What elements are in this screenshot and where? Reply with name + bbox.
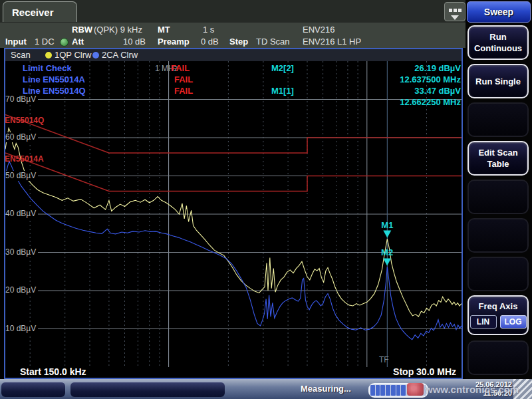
marker-m1-level: 33.47 dBµV — [414, 86, 461, 96]
limit-check-title: Limit Check — [23, 63, 72, 73]
tab-receiver[interactable]: Receiver — [3, 1, 77, 22]
svg-text:M1: M1 — [381, 220, 393, 230]
run-single-label: Run Single — [475, 76, 521, 87]
svg-text:M2: M2 — [381, 247, 393, 257]
softkey-menu-title: Sweep — [467, 1, 531, 23]
y-axis-label-20: 20 dBµV — [5, 285, 38, 295]
statusbar-button-2[interactable] — [70, 382, 225, 397]
y-axis-label-60: 60 dBµV — [5, 132, 38, 142]
menu-square-icon — [458, 9, 462, 12]
limit-check-status: FAIL — [171, 63, 190, 73]
trace2-label[interactable]: 2CA Clrw — [102, 49, 138, 61]
att-value[interactable]: 10 dB — [123, 37, 146, 47]
limit-label-en55014a: EN55014A — [5, 154, 44, 164]
limit-line-q-status: FAIL — [174, 86, 193, 96]
freq-axis-button[interactable]: Freq Axis LIN LOG — [467, 295, 529, 335]
softkey-empty-4 — [467, 257, 529, 291]
step-label: Step — [229, 37, 248, 47]
trace1-color-dot — [45, 52, 52, 59]
softkey-empty-5 — [467, 340, 529, 375]
scan-bar: Scan 1QP Clrw 2CA Clrw — [5, 49, 462, 61]
limit-line-a-status: FAIL — [174, 74, 193, 84]
marker-m1-id[interactable]: M1[1] — [271, 86, 294, 96]
step-value[interactable]: TD Scan — [256, 37, 290, 47]
edit-scan-table-button[interactable]: Edit Scan Table — [467, 141, 529, 176]
softkey-empty-2 — [467, 180, 529, 214]
softkey-empty-1 — [467, 102, 529, 137]
chevron-down-icon — [451, 15, 459, 20]
limit-label-en55014q: EN55014Q — [5, 116, 44, 125]
menu-square-icon — [454, 9, 457, 12]
spectrum-plot[interactable]: M1M2 — [5, 61, 462, 367]
marker-m2-level: 26.19 dBµV — [414, 63, 461, 73]
preamp-label: Preamp — [158, 37, 190, 47]
freq-axis-log-toggle[interactable]: LOG — [500, 315, 527, 329]
run-continuous-label: Run Continuous — [469, 31, 527, 54]
mt-label: MT — [158, 25, 170, 35]
trace1-label[interactable]: 1QP Clrw — [55, 49, 91, 61]
watermark-text: www.cntronics.com — [425, 384, 519, 395]
rbw-label: RBW — [72, 25, 92, 35]
receiver-screen: Receiver RBW (QPK) 9 kHz MT 1 s ENV216 I… — [0, 0, 532, 399]
freq-axis-label: Freq Axis — [469, 301, 527, 312]
y-axis-label-40: 40 dBµV — [5, 209, 38, 219]
stop-freq-label[interactable]: Stop 30.0 MHz — [393, 366, 456, 377]
softkey-empty-3 — [467, 218, 529, 253]
limit-line-a-name: Line EN55014A — [23, 74, 85, 84]
window-menu-icon[interactable] — [444, 2, 466, 21]
env-filter-1: ENV216 — [303, 25, 334, 35]
marker-m2-freq: 12.637500 MHz — [400, 74, 461, 84]
tf-label: TF — [379, 355, 389, 364]
trace2-color-dot — [92, 52, 99, 59]
marker-m1-freq: 12.662250 MHz — [400, 97, 461, 107]
softkey-sidebar: Sweep Run Continuous Run Single Edit Sca… — [466, 0, 532, 399]
edit-scan-table-label: Edit Scan Table — [469, 147, 527, 170]
freq-axis-lin-toggle[interactable]: LIN — [470, 315, 497, 329]
y-axis-label-30: 30 dBµV — [5, 247, 38, 257]
input-value[interactable]: 1 DC — [35, 37, 55, 47]
menu-square-icon — [449, 9, 452, 12]
scan-label: Scan — [11, 49, 31, 61]
y-axis-label-10: 10 dBµV — [5, 324, 38, 334]
y-axis-label-70: 70 dBµV — [5, 94, 38, 104]
preamp-value[interactable]: 0 dB — [201, 37, 219, 47]
measuring-status: Measuring... — [301, 384, 351, 394]
y-axis-label-50: 50 dBµV — [5, 171, 38, 181]
run-continuous-button[interactable]: Run Continuous — [467, 25, 529, 60]
marker-m2-id[interactable]: M2[2] — [271, 63, 294, 73]
att-label: Att — [72, 37, 84, 47]
watermark: www.cntronics.com — [406, 382, 519, 396]
input-label: Input — [5, 37, 27, 47]
statusbar-button-1[interactable] — [1, 382, 65, 397]
input-status-led — [60, 38, 68, 47]
run-single-button[interactable]: Run Single — [467, 64, 529, 98]
mt-value[interactable]: 1 s — [203, 25, 214, 35]
watermark-logo-icon — [407, 383, 424, 396]
env-filter-2: ENV216 L1 HP — [303, 37, 361, 47]
start-freq-label[interactable]: Start 150.0 kHz — [20, 366, 86, 377]
rbw-value[interactable]: (QPK) 9 kHz — [94, 25, 142, 35]
